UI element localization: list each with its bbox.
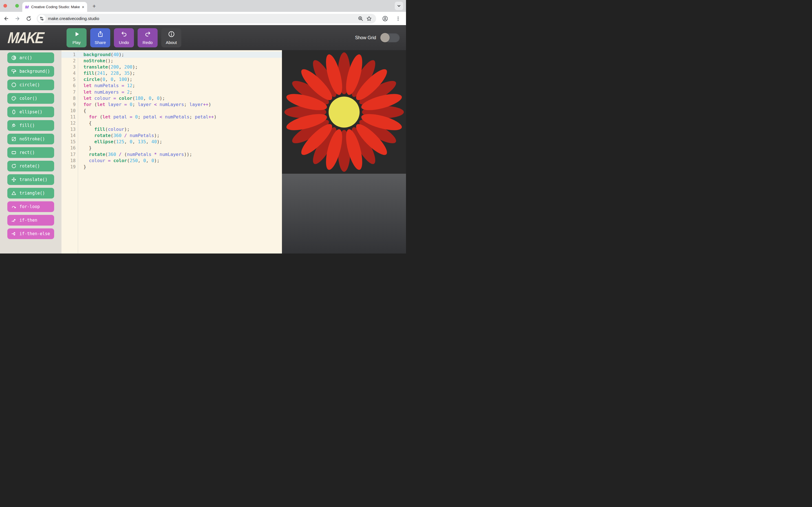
tab-close-icon[interactable]: × [82,4,84,9]
move-icon [11,177,17,182]
code-line[interactable]: 4fill(241, 228, 35); [61,70,282,76]
tab-title: Creative Coding Studio: Make [31,5,80,9]
url-bar[interactable]: make.creativecoding.studio [37,14,376,23]
line-number: 11 [61,114,78,120]
forward-button[interactable] [12,13,22,24]
code-line[interactable]: 13 fill(colour); [61,126,282,132]
line-number: 19 [61,164,78,170]
line-number: 17 [61,152,78,158]
code-line[interactable]: 10{ [61,108,282,114]
line-number: 9 [61,102,78,108]
tune-icon [40,16,44,21]
sidebar-item-translate[interactable]: translate() [7,174,54,185]
rotate-icon [11,163,17,169]
show-grid-label: Show Grid [355,35,376,40]
site-settings-button[interactable] [38,15,46,22]
line-number: 13 [61,126,78,132]
zoom-page-button[interactable] [356,14,365,23]
split-icon [11,231,17,237]
code-line[interactable]: 17 rotate(360 / (numPetals * numLayers))… [61,152,282,158]
code-line[interactable]: 14 rotate(360 / numPetals); [61,132,282,139]
new-tab-button[interactable]: + [90,2,98,10]
loop-icon [11,204,17,210]
code-line[interactable]: 12 { [61,120,282,126]
sidebar-item-rect[interactable]: rect() [7,147,54,158]
code-lines: 1background(40);2noStroke();3translate(2… [61,50,282,170]
code-line[interactable]: 7let numLayers = 2; [61,89,282,95]
code-line[interactable]: 19} [61,164,282,170]
branch-icon [11,217,17,223]
back-button[interactable] [1,13,11,24]
zoom-in-icon [358,16,363,21]
play-icon [73,31,80,39]
sidebar-item-arc[interactable]: arc() [7,52,54,63]
url-text[interactable]: make.creativecoding.studio [48,16,356,21]
rect-icon [11,150,17,155]
tab-search-button[interactable] [395,2,403,10]
app-header: MAKE Play Share Undo [0,25,406,50]
star-icon [366,16,372,21]
profile-button[interactable] [380,13,390,24]
reload-button[interactable] [24,13,34,24]
profile-icon [382,15,388,22]
zoom-window-button[interactable] [15,4,19,8]
browser-tab[interactable]: M Creative Coding Studio: Make × [22,2,87,12]
code-line[interactable]: 8let colour = color(180, 0, 0); [61,95,282,102]
minimize-window-button[interactable] [9,4,13,8]
code-editor[interactable]: 1background(40);2noStroke();3translate(2… [61,50,282,253]
reload-icon [26,16,32,21]
line-number: 7 [61,89,78,95]
code-line[interactable]: 15 ellipse(125, 0, 135, 40); [61,139,282,145]
browser-toolbar: make.creativecoding.studio [0,12,406,25]
sidebar-item-triangle[interactable]: triangle() [7,188,54,199]
share-button[interactable]: Share [90,28,110,47]
sidebar-item-background[interactable]: background() [7,66,54,77]
show-grid-control: Show Grid [355,33,400,42]
browser-window: M Creative Coding Studio: Make × + make.… [0,0,406,253]
sidebar-item-fill[interactable]: fill() [7,120,54,131]
play-button[interactable]: Play [66,28,86,47]
show-grid-toggle[interactable] [380,33,400,42]
line-number: 14 [61,132,78,139]
code-line[interactable]: 3translate(200, 200); [61,64,282,70]
sidebar-item-ellipse[interactable]: ellipse() [7,107,54,117]
code-line[interactable]: 6let numPetals = 12; [61,82,282,89]
code-line[interactable]: 16 } [61,145,282,151]
line-number: 15 [61,139,78,145]
sidebar-item-for-loop[interactable]: for-loop [7,201,54,212]
code-line[interactable]: 1background(40); [61,52,282,58]
canvas-output [282,50,406,174]
browser-menu-button[interactable] [393,13,403,24]
sidebar-item-color[interactable]: color() [7,93,54,104]
paint-roller-icon [11,68,17,74]
main-content: arc() background() circle() color() elli… [0,50,406,253]
ellipse-icon [11,109,17,115]
line-number: 16 [61,145,78,151]
redo-button[interactable]: Redo [137,28,158,47]
chevron-down-icon [397,4,401,8]
line-number: 5 [61,76,78,82]
code-line[interactable]: 9for (let layer = 0; layer < numLayers; … [61,102,282,108]
window-controls [3,4,19,8]
line-number: 10 [61,108,78,114]
code-line[interactable]: 5circle(0, 0, 100); [61,76,282,82]
kebab-menu-icon [396,16,401,21]
code-line[interactable]: 18 colour = color(250, 0, 0); [61,158,282,164]
sidebar-item-if-then-else[interactable]: if-then-else [7,228,54,239]
close-window-button[interactable] [3,4,7,8]
tab-strip: M Creative Coding Studio: Make × + [0,0,406,12]
undo-button[interactable]: Undo [114,28,134,47]
toggle-knob [380,33,390,42]
sidebar-item-rotate[interactable]: rotate() [7,161,54,171]
sidebar-item-if-then[interactable]: if-then [7,215,54,226]
sidebar-item-circle[interactable]: circle() [7,79,54,90]
about-button[interactable]: About [161,28,181,47]
sidebar-item-nostroke[interactable]: noStroke() [7,134,54,145]
line-number: 2 [61,58,78,64]
redo-icon [144,31,152,39]
code-line[interactable]: 2noStroke(); [61,58,282,64]
bookmark-button[interactable] [365,14,373,23]
preview-background [282,174,406,253]
line-number: 8 [61,95,78,102]
code-line[interactable]: 11 for (let petal = 0; petal < numPetals… [61,114,282,120]
